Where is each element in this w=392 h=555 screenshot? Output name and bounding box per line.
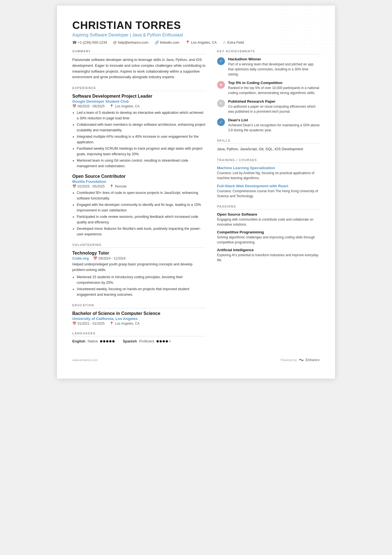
achievement-4: ✓ Dean's List Achieved Dean's List recog…: [217, 118, 320, 133]
achievement-4-title: Dean's List: [228, 118, 320, 122]
contact-location: 📍 Los Angeles, CA: [185, 40, 217, 45]
dot: [157, 340, 159, 342]
brand-name: Enhancv: [306, 358, 320, 362]
achievement-1: ✓ Hackathon Winner Part of a winning tea…: [217, 57, 320, 77]
education-title: EDUCATION: [72, 304, 206, 308]
calendar-icon-vol: 📅: [93, 256, 97, 260]
job-2-date: 📅 02/2025 - 05/2025: [72, 184, 105, 188]
job-1-meta: 📅 06/2025 - 08/2025 📍 Los Angeles, CA: [72, 104, 206, 108]
languages-row: English Native Spanish Proficient: [72, 339, 206, 343]
edu-date: 📅 01/2021 - 01/2025: [72, 322, 105, 325]
achievement-1-title: Hackathon Winner: [228, 57, 320, 61]
bullet-item: Participated in code review sessions, pr…: [77, 214, 206, 225]
passion-2-text: Solving algorithmic challenges and impro…: [217, 235, 320, 245]
pin-icon-2: 📍: [110, 184, 114, 188]
bullet-item: Facilitated weekly SCRUM meetings to tra…: [77, 146, 206, 157]
enhancv-logo-svg: [298, 358, 304, 362]
bullet-item: Integrated multiple APIs resulting in a …: [77, 134, 206, 145]
job-2-bullets: Contributed 50+ lines of code to open-so…: [72, 190, 206, 237]
languages-title: LANGUAGES: [72, 332, 206, 336]
achievement-2: ♥ Top 5% in Coding Competition Ranked in…: [217, 81, 320, 95]
course-2-title: Full-Stack Web Development with React: [217, 184, 320, 188]
pin-icon-edu: 📍: [110, 322, 114, 325]
dot: [103, 340, 105, 342]
dot: [106, 340, 108, 342]
bullet-item: Engaged with the developer community to …: [77, 202, 206, 213]
calendar-icon-edu: 📅: [72, 322, 76, 325]
summary-text: Passionate software developer aiming to …: [72, 57, 206, 80]
passions-title: PASSIONS: [217, 205, 320, 209]
vol-title: Technology Tutor: [72, 251, 206, 256]
main-columns: SUMMARY Passionate software developer ai…: [72, 50, 320, 349]
dot: [163, 340, 165, 342]
education-section: EDUCATION Bachelor of Science in Compute…: [72, 304, 206, 325]
dot: [109, 340, 111, 342]
location-icon: 📍: [185, 40, 190, 45]
job-1-title: Software Development Project Leader: [72, 94, 206, 99]
email-value: help@enhancv.com: [118, 41, 148, 45]
job-1-location: 📍 Los Angeles, CA: [110, 104, 140, 108]
experience-section: EXPERIENCE Software Development Project …: [72, 86, 206, 237]
email-icon: @: [113, 40, 117, 45]
achievement-4-icon: ✓: [217, 118, 225, 126]
passion-2: Competitive Programming Solving algorith…: [217, 230, 320, 245]
edu-degree: Bachelor of Science in Computer Science: [72, 311, 206, 316]
course-2-text: Coursera: Comprehensive course from The …: [217, 189, 320, 199]
passion-1-text: Engaging with communities to contribute …: [217, 217, 320, 227]
vol-header-row: Code.org 📅 09/2024 - 12/2024: [72, 256, 206, 260]
vol-org: Code.org: [72, 256, 89, 260]
calendar-icon-2: 📅: [72, 184, 76, 188]
vol-plain: Helped underprivileged youth grasp basic…: [72, 262, 206, 273]
phone-value: +1-(234)-555-1234: [78, 41, 107, 45]
dot: [100, 340, 102, 342]
lang-english-level: Native: [88, 339, 98, 343]
dot: [160, 340, 162, 342]
passion-1: Open Source Software Engaging with commu…: [217, 212, 320, 227]
achievement-2-title: Top 5% in Coding Competition: [228, 81, 320, 85]
achievement-1-content: Hackathon Winner Part of a winning team …: [228, 57, 320, 77]
enhancv-logo: Enhancv: [298, 358, 320, 362]
achievement-2-text: Ranked in the top 5% of over 10,000 part…: [228, 85, 320, 95]
lang-spanish-level: Proficient: [139, 339, 154, 343]
lang-spanish: Spanish Proficient: [123, 339, 171, 343]
right-column: KEY ACHIEVEMENTS ✓ Hackathon Winner Part…: [217, 50, 320, 349]
job-1-date: 📅 06/2025 - 08/2025: [72, 104, 105, 108]
location-value: Los Angeles, CA: [191, 41, 217, 45]
training-section: TRAINING / COURSES Machine Learning Spec…: [217, 158, 320, 199]
phone-icon: ☎: [72, 40, 77, 45]
achievement-1-text: Part of a winning team that developed an…: [228, 62, 320, 77]
vol-bullets: Mentored 15 students in introductory cod…: [72, 274, 206, 297]
achievement-4-content: Dean's List Achieved Dean's List recogni…: [228, 118, 320, 133]
course-1-title: Machine Learning Specialization: [217, 166, 320, 170]
powered-by: Powered by Enhancv: [281, 358, 320, 362]
summary-section: SUMMARY Passionate software developer ai…: [72, 50, 206, 80]
lang-english: English Native: [72, 339, 115, 343]
linkedin-value: linkedin.com: [160, 41, 179, 45]
calendar-icon-1: 📅: [72, 104, 76, 108]
dot-pattern-decoration: [279, 6, 335, 56]
job-1-bullets: Led a team of 5 students to develop an i…: [72, 110, 206, 169]
pin-icon-1: 📍: [110, 104, 114, 108]
powered-label: Powered by: [281, 358, 297, 362]
passion-3: Artificial Intelligence Exploring AI's p…: [217, 248, 320, 263]
job-2: Open Source Contributor Mozilla Foundati…: [72, 174, 206, 237]
bullet-item: Developed minor features for Mozilla's w…: [77, 226, 206, 237]
bullet-item: Collaborated with team members to design…: [77, 122, 206, 133]
volunteering-section: VOLUNTEERING Technology Tutor Code.org 📅…: [72, 243, 206, 297]
edu-school: University of California, Los Angeles: [72, 317, 206, 321]
languages-section: LANGUAGES English Native: [72, 332, 206, 343]
achievement-3-icon: ✎: [217, 100, 225, 107]
lang-english-dots: [100, 340, 115, 342]
dot: [166, 340, 168, 342]
achievement-2-content: Top 5% in Coding Competition Ranked in t…: [228, 81, 320, 95]
link-icon: 🔗: [155, 40, 159, 45]
lang-spanish-name: Spanish: [123, 339, 137, 343]
course-2: Full-Stack Web Development with React Co…: [217, 184, 320, 199]
job-2-company: Mozilla Foundation: [72, 179, 206, 184]
edu-location: 📍 Los Angeles, CA: [110, 322, 140, 325]
volunteering-title: VOLUNTEERING: [72, 243, 206, 248]
contact-extra: ☆ Extra Field: [223, 40, 244, 45]
passion-2-title: Competitive Programming: [217, 230, 320, 234]
footer: www.enhancv.com Powered by Enhancv: [72, 358, 320, 362]
skills-text: Java, Python, JavaScript, Git, SQL, iOS …: [217, 146, 320, 152]
